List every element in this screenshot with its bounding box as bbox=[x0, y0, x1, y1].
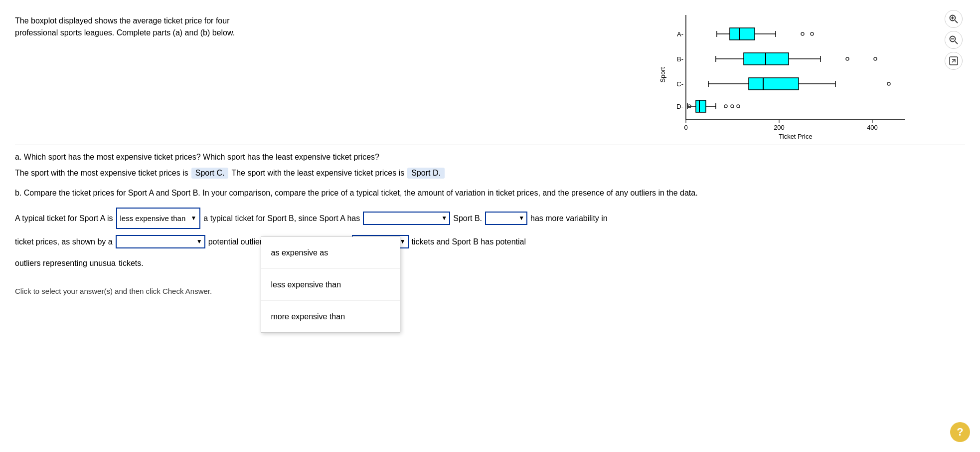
option-more-expensive-than[interactable]: more expensive than bbox=[261, 301, 400, 332]
svg-point-46 bbox=[737, 105, 740, 108]
intro-line2: professional sports leagues. Complete pa… bbox=[15, 28, 235, 37]
svg-line-52 bbox=[955, 41, 958, 44]
help-button[interactable]: ? bbox=[950, 422, 970, 442]
sentence-part1: A typical ticket for Sport A is bbox=[15, 210, 113, 227]
dropdown2-wrapper[interactable]: a lower median than a higher median than… bbox=[363, 212, 450, 225]
dropdown1-popup: as expensive as less expensive than more… bbox=[261, 236, 400, 333]
sentence-part3: Sport B. bbox=[453, 210, 482, 227]
top-section: The boxplot displayed shows the average … bbox=[15, 10, 965, 140]
sentence-area: A typical ticket for Sport A is less exp… bbox=[15, 208, 965, 272]
sentence-part4: has more variability in bbox=[530, 210, 608, 227]
sentence-part7: tickets and Sport B has potential bbox=[412, 233, 526, 250]
dropdown4-wrapper[interactable]: larger IQR than smaller IQR than ▼ bbox=[116, 235, 205, 248]
svg-text:B-: B- bbox=[677, 55, 683, 63]
boxplot-chart: 0 200 400 Ticket Price A- B- C- D- Sport bbox=[656, 10, 915, 140]
sentence-part9: tickets. bbox=[119, 254, 144, 272]
svg-point-21 bbox=[811, 32, 814, 35]
option-as-expensive-as[interactable]: as expensive as bbox=[261, 237, 400, 269]
svg-text:0: 0 bbox=[684, 124, 687, 131]
main-container: The boxplot displayed shows the average … bbox=[0, 0, 980, 305]
svg-text:Ticket Price: Ticket Price bbox=[779, 133, 812, 140]
dropdown1-arrow: ▼ bbox=[190, 212, 196, 225]
most-expensive-answer: Sport C. bbox=[191, 168, 229, 179]
sentence-row-2: ticket prices, as shown by a larger IQR … bbox=[15, 233, 965, 250]
intro-line1: The boxplot displayed shows the average … bbox=[15, 16, 229, 25]
svg-rect-39 bbox=[696, 100, 706, 112]
sentence-part2: a typical ticket for Sport B, since Spor… bbox=[203, 210, 360, 227]
export-button[interactable] bbox=[945, 52, 963, 70]
svg-point-44 bbox=[724, 105, 727, 108]
sentence-part5: ticket prices, as shown by a bbox=[15, 233, 113, 250]
footer-text: Click to select your answer(s) and then … bbox=[15, 287, 965, 295]
sentence-row-1: A typical ticket for Sport A is less exp… bbox=[15, 208, 965, 229]
svg-point-45 bbox=[731, 105, 734, 108]
svg-text:C-: C- bbox=[676, 80, 683, 88]
sentence-row-3: outliers representing unusua tickets. bbox=[15, 254, 965, 272]
svg-point-36 bbox=[887, 82, 890, 85]
dropdown4-select[interactable]: larger IQR than smaller IQR than bbox=[117, 236, 188, 247]
answer-line-a: The sport with the most expensive ticket… bbox=[15, 168, 965, 179]
zoom-out-button[interactable] bbox=[945, 31, 963, 49]
svg-rect-16 bbox=[730, 28, 755, 40]
svg-point-20 bbox=[801, 32, 804, 35]
svg-text:D-: D- bbox=[676, 103, 683, 110]
answer-a-text2: The sport with the least expensive ticke… bbox=[231, 169, 404, 178]
dropdown4-arrow: ▼ bbox=[196, 235, 202, 248]
answer-a-text1: The sport with the most expensive ticket… bbox=[15, 169, 188, 178]
svg-point-28 bbox=[846, 57, 849, 60]
svg-text:A-: A- bbox=[677, 30, 683, 38]
option-less-expensive-than[interactable]: less expensive than bbox=[261, 269, 400, 301]
svg-point-29 bbox=[874, 57, 877, 60]
dropdown1-selected[interactable]: less expensive than ▼ bbox=[116, 208, 201, 229]
question-b-text: b. Compare the ticket prices for Sport A… bbox=[15, 187, 962, 200]
dropdown1-value: less expensive than bbox=[120, 210, 186, 226]
chart-buttons bbox=[945, 10, 963, 70]
intro-text: The boxplot displayed shows the average … bbox=[15, 10, 235, 39]
section-divider bbox=[15, 145, 965, 145]
svg-line-48 bbox=[955, 20, 958, 23]
svg-line-55 bbox=[952, 59, 955, 62]
zoom-in-button[interactable] bbox=[945, 10, 963, 28]
dropdown3-select[interactable]: Sport A Sport B bbox=[486, 213, 526, 224]
least-expensive-answer: Sport D. bbox=[407, 168, 445, 179]
question-a-text: a. Which sport has the most expensive ti… bbox=[15, 153, 965, 162]
svg-text:Sport: Sport bbox=[659, 67, 666, 82]
svg-text:400: 400 bbox=[867, 124, 878, 131]
svg-rect-32 bbox=[749, 78, 799, 90]
svg-text:200: 200 bbox=[774, 124, 785, 131]
dropdown2-select[interactable]: a lower median than a higher median than bbox=[364, 213, 449, 224]
chart-area: 0 200 400 Ticket Price A- B- C- D- Sport bbox=[656, 10, 935, 140]
dropdown1-container: less expensive than ▼ as expensive as le… bbox=[116, 208, 201, 229]
sentence-part8: outliers representing unusua bbox=[15, 254, 116, 272]
dropdown3-wrapper[interactable]: Sport A Sport B ▼ bbox=[485, 212, 527, 225]
